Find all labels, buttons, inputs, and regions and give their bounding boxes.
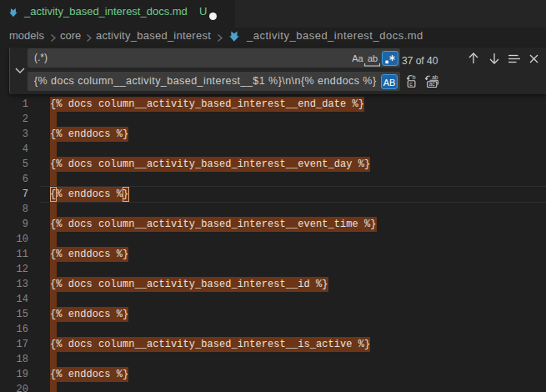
svg-text:b: b [413,74,416,80]
svg-text:ab: ab [432,74,438,80]
svg-text:ac: ac [429,81,436,87]
svg-text:c: c [409,81,413,87]
